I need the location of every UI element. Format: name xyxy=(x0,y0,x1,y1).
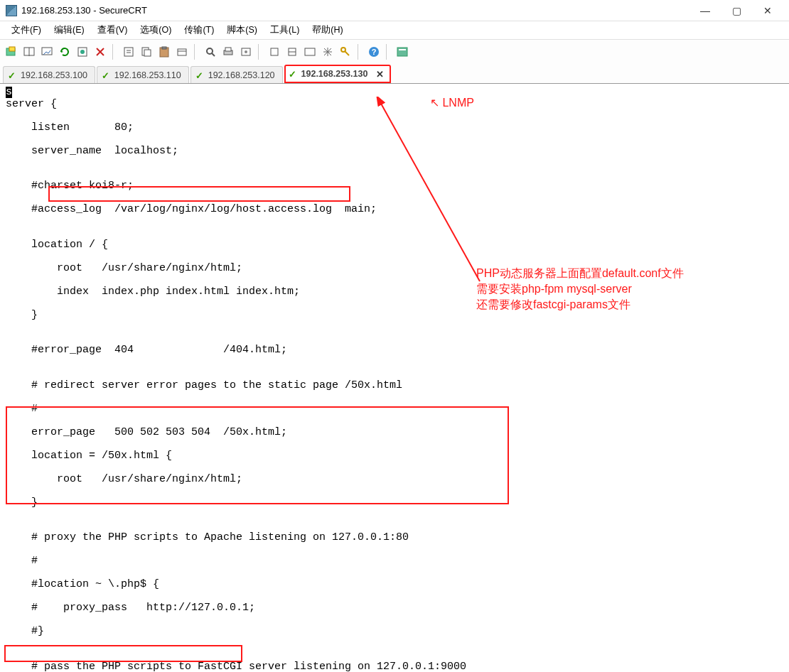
menu-help[interactable]: 帮助(H) xyxy=(308,23,347,38)
svg-point-12 xyxy=(207,48,213,54)
menu-file[interactable]: 文件(F) xyxy=(7,23,45,38)
toolbar-icon-16[interactable] xyxy=(301,43,318,60)
settings-icon[interactable] xyxy=(319,43,336,60)
annotation-block: PHP动态服务器上面配置default.conf文件 需要安装php-fpm m… xyxy=(476,266,684,313)
code-line: # pass the PHP scripts to FastCGI server… xyxy=(6,661,783,673)
svg-text:?: ? xyxy=(372,48,377,56)
minimize-button[interactable]: — xyxy=(689,1,721,21)
tab-100[interactable]: ✓ 192.168.253.100 xyxy=(3,66,95,83)
check-icon: ✓ xyxy=(289,69,299,79)
code-line: #location ~ \.php$ { xyxy=(6,579,783,591)
svg-point-5 xyxy=(80,50,85,54)
svg-rect-6 xyxy=(124,48,133,56)
reconnect-icon[interactable] xyxy=(56,43,73,60)
svg-rect-23 xyxy=(397,48,407,56)
toolbar-icon-14[interactable] xyxy=(266,43,283,60)
svg-rect-3 xyxy=(42,48,52,55)
code-line: #} xyxy=(6,626,783,638)
print-icon[interactable] xyxy=(220,43,237,60)
svg-rect-8 xyxy=(144,50,151,56)
toolbar-separator xyxy=(386,44,390,60)
tab-label: 192.168.253.110 xyxy=(114,70,181,80)
toolbar: ? xyxy=(0,40,789,64)
code-line: error_page 500 502 503 504 /50x.html; xyxy=(6,427,783,439)
menu-script[interactable]: 脚本(S) xyxy=(222,23,262,38)
disconnect-icon[interactable] xyxy=(92,43,109,60)
annotation-lnmp: ↖ LNMP xyxy=(430,95,474,111)
menu-view[interactable]: 查看(V) xyxy=(93,23,132,38)
toolbar-icon-13[interactable] xyxy=(237,43,254,60)
tab-110[interactable]: ✓ 192.168.253.110 xyxy=(97,66,189,83)
code-line: # proxy_pass http://127.0.0.1; xyxy=(6,602,783,614)
properties-icon[interactable] xyxy=(120,43,137,60)
code-line: # proxy the PHP scripts to Apache listen… xyxy=(6,532,783,544)
code-line: #charset koi8-r; xyxy=(6,180,783,193)
check-icon: ✓ xyxy=(8,70,18,80)
code-line: server { xyxy=(6,99,783,111)
check-icon: ✓ xyxy=(195,70,205,80)
cursor-indicator: s xyxy=(6,87,12,98)
key-icon[interactable] xyxy=(337,43,354,60)
check-icon: ✓ xyxy=(102,70,112,80)
menu-options[interactable]: 选项(O) xyxy=(136,23,176,38)
code-line: root /usr/share/nginx/html; xyxy=(6,474,783,486)
tab-120[interactable]: ✓ 192.168.253.120 xyxy=(190,66,283,83)
toolbar-icon-3[interactable] xyxy=(38,43,55,60)
window-title: 192.168.253.130 - SecureCRT xyxy=(21,5,689,16)
connect-icon[interactable] xyxy=(3,43,20,60)
code-line: # redirect server error pages to the sta… xyxy=(6,380,783,392)
code-line: } xyxy=(6,497,783,509)
code-line: location / { xyxy=(6,239,783,251)
toolbar-icon-20[interactable] xyxy=(394,43,411,60)
toolbar-icon-15[interactable] xyxy=(284,43,301,60)
code-line: location = /50x.html { xyxy=(6,450,783,462)
paste-icon[interactable] xyxy=(156,43,173,60)
toolbar-separator xyxy=(194,44,198,60)
quick-connect-icon[interactable] xyxy=(21,43,38,60)
code-line: # xyxy=(6,403,783,416)
help-icon[interactable]: ? xyxy=(365,43,382,60)
terminal-content[interactable]: server { listen 80; server_name localhos… xyxy=(0,84,789,672)
svg-rect-11 xyxy=(178,49,186,55)
tab-130[interactable]: ✓ 192.168.253.130 ✕ xyxy=(284,65,392,83)
tabbar: ✓ 192.168.253.100 ✓ 192.168.253.110 ✓ 19… xyxy=(0,64,789,84)
svg-rect-24 xyxy=(399,49,406,50)
toolbar-separator xyxy=(258,44,262,60)
menu-edit[interactable]: 编辑(E) xyxy=(50,23,89,38)
tab-label: 192.168.253.120 xyxy=(208,70,275,80)
menu-tools[interactable]: 工具(L) xyxy=(266,23,304,38)
close-button[interactable]: ✕ xyxy=(752,1,783,21)
svg-rect-19 xyxy=(305,48,315,55)
code-line: #access_log /var/log/nginx/log/host.acce… xyxy=(6,204,783,216)
find-icon[interactable] xyxy=(202,43,219,60)
close-icon[interactable]: ✕ xyxy=(376,69,384,80)
menu-transfer[interactable]: 传输(T) xyxy=(180,23,218,38)
toolbar-separator xyxy=(358,44,362,60)
menubar: 文件(F) 编辑(E) 查看(V) 选项(O) 传输(T) 脚本(S) 工具(L… xyxy=(0,21,789,40)
toolbar-separator xyxy=(112,44,117,60)
code-line: #error_page 404 /404.html; xyxy=(6,345,783,357)
tab-label: 192.168.253.130 xyxy=(301,69,368,79)
copy-icon[interactable] xyxy=(138,43,155,60)
svg-rect-10 xyxy=(162,47,166,49)
svg-point-16 xyxy=(245,50,247,53)
code-line: listen 80; xyxy=(6,122,783,134)
app-icon xyxy=(6,5,17,16)
code-line: # xyxy=(6,556,783,568)
maximize-button[interactable]: ▢ xyxy=(721,1,752,21)
highlight-status-path xyxy=(4,645,242,662)
svg-rect-1 xyxy=(9,47,15,51)
svg-rect-17 xyxy=(271,48,278,55)
svg-rect-14 xyxy=(225,48,231,51)
tab-label: 192.168.253.100 xyxy=(21,70,87,80)
titlebar: 192.168.253.130 - SecureCRT — ▢ ✕ xyxy=(0,0,789,21)
toolbar-icon-5[interactable] xyxy=(74,43,91,60)
toolbar-icon-10[interactable] xyxy=(173,43,190,60)
code-line: server_name localhost; xyxy=(6,146,783,158)
